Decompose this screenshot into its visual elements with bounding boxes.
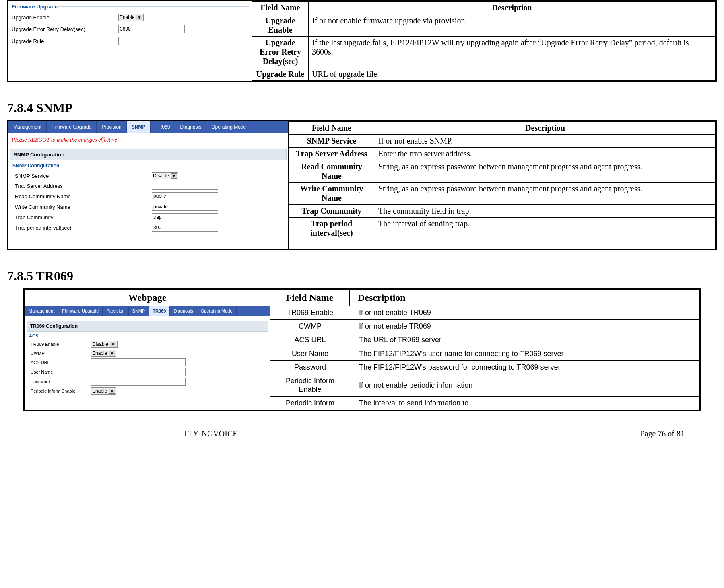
trap-period-input[interactable] xyxy=(152,224,218,232)
snmp-desc-name-1: Trap Server Address xyxy=(289,148,375,160)
tr069-desc-table: TR069 EnableIf or not enable TR069 CWMPI… xyxy=(270,306,699,410)
tr069-screenshot: Management Firmware Upgrade Provision SN… xyxy=(25,306,270,410)
tr069-desc-col: TR069 EnableIf or not enable TR069 CWMPI… xyxy=(270,306,699,410)
snmp-screenshot: Management Firmware Upgrade Provision SN… xyxy=(8,121,288,235)
tab-operating-mode[interactable]: Operating Mode xyxy=(197,306,237,316)
reboot-warning: Please REBOOT to make the changes effect… xyxy=(8,133,288,149)
tab-snmp[interactable]: SNMP xyxy=(127,121,151,133)
tab-management[interactable]: Management xyxy=(8,121,47,133)
snmp-panel-title: SNMP Configuration xyxy=(10,149,287,160)
write-comm-input[interactable] xyxy=(152,203,218,211)
chevron-down-icon: ▼ xyxy=(171,173,177,179)
tr-desc-name-1: CWMP xyxy=(270,320,350,333)
snmp-desc-name-3: Write Community Name xyxy=(289,183,375,205)
read-comm-label: Read Community Name xyxy=(15,193,152,199)
chevron-down-icon: ▼ xyxy=(109,351,115,356)
page-footer: FLYINGVOICE Page 76 of 81 xyxy=(7,419,717,438)
firmware-desc-table: Field Name Description Upgrade EnableIf … xyxy=(252,1,716,81)
trap-period-label: Trap period interval(sec) xyxy=(15,225,152,231)
tr069-hdr-webpage: Webpage xyxy=(25,290,270,306)
tab-firmware-upgrade[interactable]: Firmware Upgrade xyxy=(47,121,97,133)
snmp-desc-hdr-desc: Description xyxy=(375,122,716,135)
snmp-desc-col: Field Name Description SNMP ServiceIf or… xyxy=(288,121,716,249)
tr069-enable-select[interactable]: Disable▼ xyxy=(91,341,118,348)
footer-brand: FLYINGVOICE xyxy=(184,429,237,438)
tr-desc-name-4: Password xyxy=(270,361,350,374)
tab-tr069[interactable]: TR069 xyxy=(151,121,175,133)
snmp-service-value: Disable xyxy=(153,173,169,179)
tr069-hdr-desc: Description xyxy=(350,290,699,306)
upgrade-enable-label: Upgrade Enable xyxy=(12,14,118,21)
tr-desc-text-1: If or not enable TR069 xyxy=(350,320,699,333)
fw-desc-text-1: If the last upgrade fails, FIP12/FIP12W … xyxy=(309,37,716,68)
tr-desc-name-3: User Name xyxy=(270,347,350,361)
tr-desc-name-2: ACS URL xyxy=(270,333,350,347)
retry-delay-input[interactable] xyxy=(118,25,185,33)
fw-desc-text-0: If or not enable firmware upgrade via pr… xyxy=(309,14,716,37)
snmp-desc-text-0: If or not enable SNMP. xyxy=(375,135,716,148)
upgrade-enable-select[interactable]: Enable ▼ xyxy=(118,14,144,21)
snmp-service-select[interactable]: Disable▼ xyxy=(152,172,178,179)
trap-addr-label: Trap Server Address xyxy=(15,183,152,189)
tr-desc-text-4: The FIP12/FIP12W’s password for connecti… xyxy=(350,361,699,374)
acs-pass-input[interactable] xyxy=(91,378,186,386)
tab-diagnosis[interactable]: Diagnosis xyxy=(170,306,197,316)
pinf-enable-value: Enable xyxy=(92,388,107,394)
fw-desc-name-1: Upgrade Error Retry Delay(sec) xyxy=(252,37,309,68)
tr069-header-row: Webpage Field Name Description xyxy=(25,290,699,306)
tab-firmware-upgrade[interactable]: Firmware Upgrade xyxy=(58,306,103,316)
cwmp-select[interactable]: Enable▼ xyxy=(91,350,116,357)
tr069-hdr-field: Field Name xyxy=(270,290,350,306)
upgrade-rule-label: Upgrade Rule xyxy=(12,38,118,44)
section-784-title: 7.8.4 SNMP xyxy=(7,101,717,115)
write-comm-label: Write Community Name xyxy=(15,204,152,210)
fw-desc-name-0: Upgrade Enable xyxy=(252,14,309,37)
section-785-title: 7.8.5 TR069 xyxy=(7,269,717,284)
acs-url-label: ACS URL xyxy=(31,360,91,365)
tab-diagnosis[interactable]: Diagnosis xyxy=(175,121,206,133)
acs-user-input[interactable] xyxy=(91,368,186,376)
snmp-nav-tabs: Management Firmware Upgrade Provision SN… xyxy=(8,121,288,133)
tab-tr069[interactable]: TR069 xyxy=(149,306,170,316)
fw-desc-text-2: URL of upgrade file xyxy=(309,68,716,81)
acs-fieldset: ACS TR069 Enable Disable▼ CWMP Enable▼ A… xyxy=(29,333,266,395)
snmp-desc-text-5: The interval of sending trap. xyxy=(375,218,716,249)
firmware-upgrade-block: Firmware Upgrade Upgrade Enable Enable ▼… xyxy=(7,0,717,82)
fw-desc-hdr-field: Field Name xyxy=(252,2,309,14)
tr-desc-text-0: If or not enable TR069 xyxy=(350,306,699,320)
tab-provision[interactable]: Provision xyxy=(97,121,126,133)
pinf-enable-select[interactable]: Enable▼ xyxy=(91,387,116,395)
firmware-fieldset-title: Firmware Upgrade xyxy=(12,4,249,10)
tr069-panel-title: TR069 Configuration xyxy=(27,321,268,332)
chevron-down-icon: ▼ xyxy=(109,389,115,394)
snmp-service-label: SNMP Service xyxy=(15,173,152,179)
snmp-desc-name-5: Trap period interval(sec) xyxy=(289,218,375,249)
trap-addr-input[interactable] xyxy=(152,182,218,190)
trap-comm-input[interactable] xyxy=(152,213,218,221)
tab-provision[interactable]: Provision xyxy=(103,306,128,316)
tab-management[interactable]: Management xyxy=(25,306,58,316)
tab-operating-mode[interactable]: Operating Mode xyxy=(206,121,251,133)
upgrade-rule-input[interactable] xyxy=(118,37,237,45)
fw-desc-name-2: Upgrade Rule xyxy=(252,68,309,81)
snmp-fieldset-label: SNMP Configuration xyxy=(12,163,59,169)
tr069-enable-value: Disable xyxy=(92,341,108,347)
tab-snmp[interactable]: SNMP xyxy=(129,306,149,316)
upgrade-enable-value: Enable xyxy=(120,14,134,20)
divider xyxy=(59,6,249,7)
tr069-block: Webpage Field Name Description Managemen… xyxy=(23,288,701,411)
tr069-nav-tabs: Management Firmware Upgrade Provision SN… xyxy=(25,306,270,316)
pinf-enable-label: Periodic Inform Enable xyxy=(31,389,91,393)
snmp-desc-hdr-field: Field Name xyxy=(289,122,375,135)
chevron-down-icon: ▼ xyxy=(136,15,142,20)
retry-delay-label: Upgrade Error Retry Delay(sec) xyxy=(12,26,118,32)
acs-fieldset-label: ACS xyxy=(29,333,38,338)
fw-desc-hdr-desc: Description xyxy=(309,2,716,14)
tr-desc-text-3: The FIP12/FIP12W’s user name for connect… xyxy=(350,347,699,361)
footer-page: Page 76 of 81 xyxy=(640,429,685,438)
acs-url-input[interactable] xyxy=(91,358,186,366)
snmp-desc-text-1: Enter the trap server address. xyxy=(375,148,716,160)
read-comm-input[interactable] xyxy=(152,192,218,200)
snmp-desc-text-2: String, as an express password between m… xyxy=(375,160,716,183)
tr-desc-text-5: If or not enable periodic information xyxy=(350,374,699,397)
